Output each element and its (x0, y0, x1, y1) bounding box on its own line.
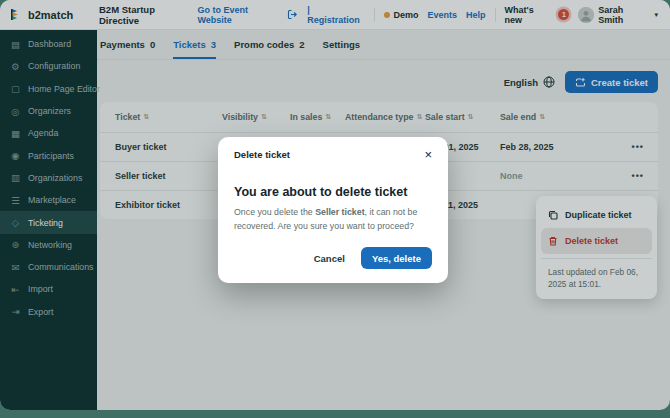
modal-header: Delete ticket × (234, 148, 432, 161)
body-text-pre: Once you delete the (234, 207, 315, 217)
modal-title: Delete ticket (234, 149, 290, 160)
body-text-ticket-name: Seller ticket (315, 207, 364, 217)
confirm-delete-button[interactable]: Yes, delete (361, 247, 432, 269)
delete-ticket-modal: Delete ticket × You are about to delete … (218, 137, 448, 283)
modal-heading: You are about to delete ticket (234, 185, 432, 199)
modal-body-text: Once you delete the Seller ticket, it ca… (234, 206, 432, 233)
cancel-button[interactable]: Cancel (314, 253, 345, 264)
close-icon[interactable]: × (424, 148, 432, 161)
modal-actions: Cancel Yes, delete (234, 247, 432, 269)
